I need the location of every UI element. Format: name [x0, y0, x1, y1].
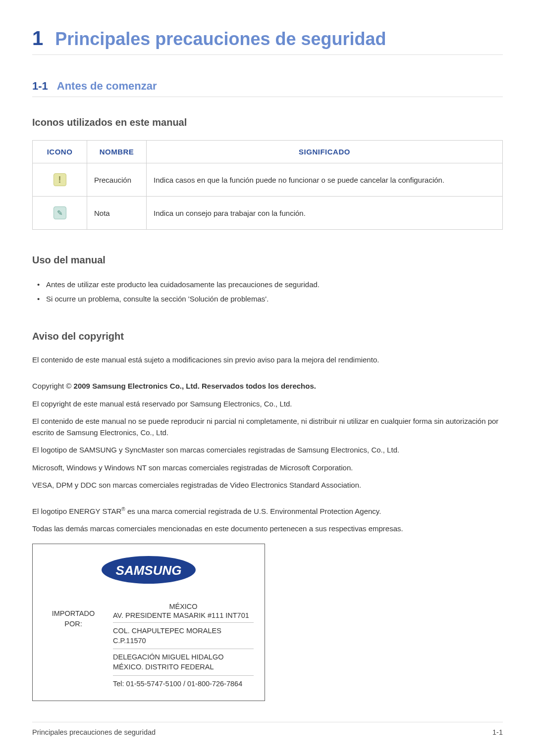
section-heading: Antes de comenzar	[57, 80, 157, 93]
energy-pre: El logotipo ENERGY STAR	[32, 507, 121, 515]
cell-meaning: Indica casos en que la función puede no …	[147, 163, 503, 197]
copyright-p4: Microsoft, Windows y Windows NT son marc…	[32, 462, 503, 473]
address-tel: Tel: 01-55-5747-5100 / 01-800-726-7864	[113, 676, 254, 692]
address-line: DELEGACIÓN MIGUEL HIDALGO MÉXICO. DISTRI…	[113, 649, 254, 676]
caution-icon: !	[54, 173, 66, 186]
imported-label-line1: IMPORTADO	[44, 608, 103, 619]
usage-bullet-list: Antes de utilizar este producto lea cuid…	[32, 278, 503, 306]
th-name: NOMBRE	[87, 141, 147, 163]
list-item: Si ocurre un problema, consulte la secci…	[32, 292, 503, 306]
subsection-usage-title: Uso del manual	[32, 254, 503, 266]
cell-meaning: Indica un consejo para trabajar con la f…	[147, 197, 503, 230]
th-meaning: SIGNIFICADO	[147, 141, 503, 163]
page-footer: Principales precauciones de seguridad 1-…	[32, 722, 503, 736]
copyright-strong: 2009 Samsung Electronics Co., Ltd. Reser…	[74, 382, 316, 390]
subsection-copyright-title: Aviso del copyright	[32, 331, 503, 342]
copyright-line: Copyright © 2009 Samsung Electronics Co.…	[32, 380, 503, 392]
registered-symbol: ®	[121, 506, 125, 512]
cell-name: Precaución	[87, 163, 147, 197]
copyright-energy: El logotipo ENERGY STAR® es una marca co…	[32, 505, 503, 517]
samsung-logo: SAMSUNG	[99, 555, 198, 585]
copyright-p7: Todas las demás marcas comerciales menci…	[32, 523, 503, 534]
cell-icon: !	[33, 163, 87, 197]
footer-right: 1-1	[492, 728, 503, 736]
copyright-intro: El contenido de este manual está sujeto …	[32, 354, 503, 365]
imported-label: IMPORTADO POR:	[44, 600, 103, 692]
th-icon: ICONO	[33, 141, 87, 163]
copyright-p1: El copyright de este manual está reserva…	[32, 398, 503, 409]
subsection-icons-title: Iconos utilizados en este manual	[32, 117, 503, 128]
energy-post: es una marca comercial registrada de U.S…	[125, 507, 381, 515]
copyright-p5: VESA, DPM y DDC son marcas comerciales r…	[32, 479, 503, 491]
address-country: MÉXICO	[113, 600, 254, 611]
address-line: COL. CHAPULTEPEC MORALES C.P.11570	[113, 623, 254, 650]
copyright-p3: El logotipo de SAMSUNG y SyncMaster son …	[32, 444, 503, 455]
cell-icon: ✎	[33, 197, 87, 230]
imported-row: IMPORTADO POR: MÉXICO AV. PRESIDENTE MAS…	[44, 600, 254, 692]
list-item: Antes de utilizar este producto lea cuid…	[32, 278, 503, 292]
chapter-heading: Principales precauciones de seguridad	[55, 29, 386, 50]
section-number: 1-1	[32, 80, 48, 93]
table-row: ! Precaución Indica casos en que la func…	[33, 163, 503, 197]
table-header-row: ICONO NOMBRE SIGNIFICADO	[33, 141, 503, 163]
imported-address: MÉXICO AV. PRESIDENTE MASARIK #111 INT70…	[113, 600, 254, 692]
section-title: 1-1 Antes de comenzar	[32, 80, 503, 97]
copyright-p2: El contenido de este manual no se puede …	[32, 415, 503, 439]
icons-table: ICONO NOMBRE SIGNIFICADO ! Precaución In…	[32, 140, 503, 230]
cell-name: Nota	[87, 197, 147, 230]
imported-label-line2: POR:	[44, 619, 103, 630]
imported-by-box: SAMSUNG IMPORTADO POR: MÉXICO AV. PRESID…	[32, 544, 265, 701]
address-line: AV. PRESIDENTE MASARIK #111 INT701	[113, 611, 254, 623]
copyright-prefix: Copyright ©	[32, 382, 74, 390]
note-icon: ✎	[54, 206, 66, 219]
table-row: ✎ Nota Indica un consejo para trabajar c…	[33, 197, 503, 230]
chapter-number: 1	[32, 27, 43, 50]
samsung-logo-text: SAMSUNG	[116, 563, 182, 578]
footer-left: Principales precauciones de seguridad	[32, 728, 156, 736]
chapter-title: 1 Principales precauciones de seguridad	[32, 27, 503, 55]
